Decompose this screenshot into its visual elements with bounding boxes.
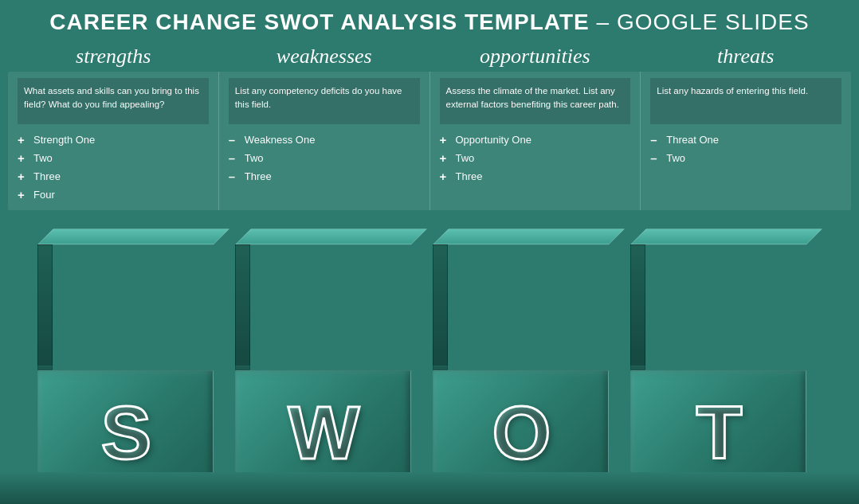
opportunities-description: Assess the climate of the market. List a… [440,78,631,124]
letter-w: W [288,389,359,476]
weaknesses-list: –Weakness One –Two –Three [229,131,420,186]
cube-side-s [37,244,53,369]
cube-top-s [37,229,229,244]
page-title: CAREER CHANGE SWOT ANALYSIS TEMPLATE – G… [49,10,809,34]
reflection-w [235,365,411,381]
header-weaknesses: weaknesses [219,41,430,72]
cube-top-w [235,229,427,244]
reflection-t [630,365,806,381]
list-item: –Weakness One [229,131,420,149]
strengths-list: +Strength One +Two +Three +Four [18,131,209,204]
plus-icon: + [18,188,29,201]
reflection-s [37,365,214,381]
title-bar: CAREER CHANGE SWOT ANALYSIS TEMPLATE – G… [0,0,859,41]
headers-row: strengths weaknesses opportunities threa… [0,41,859,72]
plus-icon: + [440,133,451,147]
main-container: CAREER CHANGE SWOT ANALYSIS TEMPLATE – G… [0,0,859,504]
block-o: O [433,218,624,377]
block-t: T [630,218,822,377]
plus-icon: + [440,170,451,183]
opportunities-list: +Opportunity One +Two +Three [440,131,631,186]
list-item: –Two [229,149,420,167]
blocks-area: S W O [0,210,859,504]
title-main: CAREER CHANGE SWOT ANALYSIS TEMPLATE [49,10,589,34]
list-item: +Three [440,167,631,186]
threats-description: List any hazards of entering this field. [650,78,841,124]
plus-icon: + [18,170,29,183]
threats-column: List any hazards of entering this field.… [641,72,851,210]
cube-side-o [433,244,448,369]
opportunities-column: Assess the climate of the market. List a… [430,72,641,210]
strengths-description: What assets and skills can you bring to … [18,78,209,124]
list-item: +Strength One [18,131,209,149]
minus-icon: – [229,170,240,183]
plus-icon: + [18,151,29,165]
minus-icon: – [229,151,240,165]
plus-icon: + [18,133,29,147]
content-area: What assets and skills can you bring to … [8,72,851,210]
cube-top-t [630,229,822,244]
letter-s: S [101,389,150,476]
list-item: +Opportunity One [440,131,631,149]
list-item: +Three [18,167,209,186]
title-subtitle: – Google Slides [597,10,810,34]
header-opportunities: opportunities [430,41,641,72]
minus-icon: – [650,133,661,147]
list-item: –Three [229,167,420,186]
cube-side-w [235,244,250,369]
block-w: W [235,218,426,377]
list-item: –Threat One [650,131,841,149]
reflection-o [433,365,609,381]
block-s: S [37,218,229,377]
list-item: +Four [18,186,209,204]
letter-t: T [696,389,740,476]
list-item: +Two [18,149,209,167]
list-item: –Two [650,149,841,167]
cube-top-o [433,229,625,244]
plus-icon: + [440,151,451,165]
weaknesses-description: List any competency deficits do you have… [229,78,420,124]
blocks-background [0,472,859,504]
weaknesses-column: List any competency deficits do you have… [219,72,430,210]
threats-list: –Threat One –Two [650,131,841,167]
cube-side-t [630,244,645,369]
header-strengths: strengths [8,41,219,72]
header-threats: threats [641,41,852,72]
letter-o: O [492,389,549,476]
minus-icon: – [229,133,240,147]
minus-icon: – [650,151,661,165]
strengths-column: What assets and skills can you bring to … [8,72,219,210]
list-item: +Two [440,149,631,167]
